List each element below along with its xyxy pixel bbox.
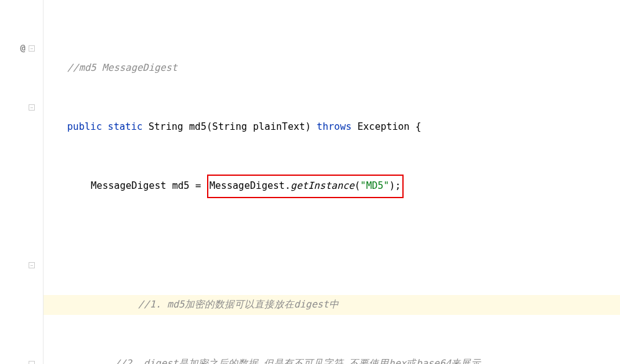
keyword: static <box>108 117 142 137</box>
code-line: public static String md5(String plainTex… <box>67 117 620 137</box>
collapse-icon[interactable] <box>25 104 38 111</box>
keyword: throws <box>317 117 351 137</box>
collapse-icon[interactable] <box>25 45 38 52</box>
gutter-row <box>0 315 43 335</box>
gutter-row <box>0 137 43 157</box>
gutter-row <box>0 335 43 355</box>
comment-text: //2. digest是加密之后的数据,但是有不可见字符,不要使用hex或bas… <box>114 354 481 364</box>
editor-gutter: @ <box>0 0 44 364</box>
code-line: //2. digest是加密之后的数据,但是有不可见字符,不要使用hex或bas… <box>67 354 620 364</box>
code-editor[interactable]: //md5 MessageDigest public static String… <box>44 0 620 364</box>
annotation-icon: @ <box>21 39 25 57</box>
method-call: getInstance <box>290 180 354 191</box>
code-text: MessageDigest. <box>210 180 291 191</box>
code-text: MessageDigest md5 = <box>91 176 207 196</box>
collapse-icon[interactable] <box>25 262 38 268</box>
highlight-box: MessageDigest.getInstance("MD5"); <box>207 175 404 198</box>
gutter-row <box>0 157 43 177</box>
gutter-row <box>0 236 43 256</box>
comment-text: //1. md5加密的数据可以直接放在digest中 <box>91 295 339 315</box>
gutter-row <box>0 58 43 78</box>
gutter-row <box>0 98 43 117</box>
gutter-row <box>0 275 43 295</box>
collapse-icon[interactable] <box>25 361 38 364</box>
string-literal: "MD5" <box>360 180 389 191</box>
gutter-row <box>0 196 43 216</box>
gutter-row: @ <box>0 39 43 58</box>
code-text: ); <box>389 180 401 191</box>
gutter-row <box>0 355 43 364</box>
keyword: public <box>67 117 102 137</box>
code-text: ( <box>354 180 360 191</box>
code-text: Exception { <box>351 117 421 137</box>
gutter-row <box>0 78 43 98</box>
code-line: MessageDigest md5 = MessageDigest.getIns… <box>67 176 620 196</box>
code-text <box>102 117 108 137</box>
code-line-empty <box>67 236 620 256</box>
gutter-row <box>0 216 43 236</box>
gutter-row <box>0 19 43 39</box>
code-line-highlighted: //1. md5加密的数据可以直接放在digest中 <box>44 295 620 315</box>
gutter-row <box>0 117 43 137</box>
code-line: //md5 MessageDigest <box>67 58 620 78</box>
code-text: String <box>142 117 189 137</box>
code-text: (String plainText) <box>206 117 317 137</box>
comment-text: //md5 MessageDigest <box>67 58 177 78</box>
gutter-row <box>0 295 43 315</box>
method-name: md5 <box>189 117 206 137</box>
gutter-row <box>0 176 43 196</box>
gutter-row <box>0 256 43 276</box>
